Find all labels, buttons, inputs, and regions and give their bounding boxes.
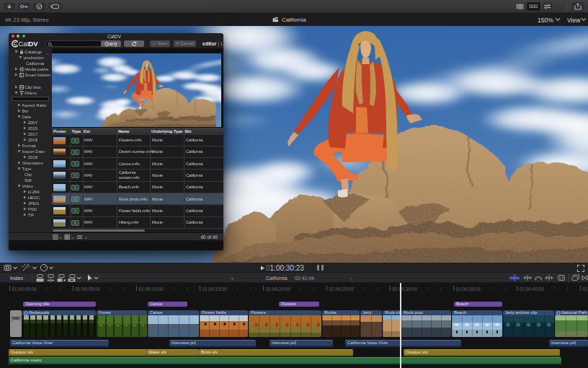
- svg-text:Cat: Cat: [19, 40, 30, 48]
- svg-text:DV: DV: [29, 40, 39, 48]
